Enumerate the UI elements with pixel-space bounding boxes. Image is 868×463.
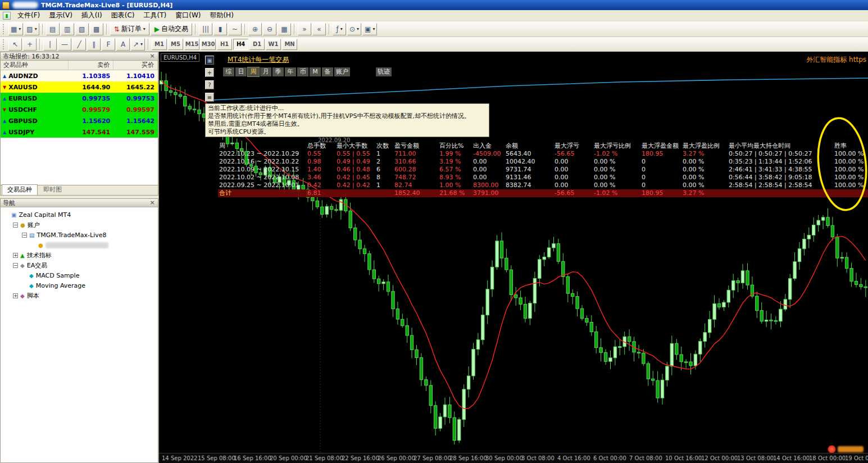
stats-view-button-年[interactable]: 年 (285, 67, 296, 76)
nav-item-技术指标[interactable]: +▲技术指标 (1, 250, 158, 260)
menu-item[interactable]: 插入(I) (77, 10, 107, 21)
timeframe-m1[interactable]: M1 (152, 39, 167, 50)
collapse-icon[interactable]: − (13, 263, 18, 268)
menu-item[interactable]: 文件(F) (13, 10, 44, 21)
zoom-in-button[interactable]: ⊕ (248, 23, 262, 35)
stats-cell: 3.27 % (681, 150, 728, 158)
market-watch-toggle-button[interactable]: ▤ (46, 23, 60, 35)
new-chart-button[interactable]: ▦▾ (8, 23, 23, 35)
market-watch-row-usdjpy[interactable]: ▲USDJPY147.541147.559 (1, 126, 158, 138)
indicator-vendor-link[interactable]: 外汇智能指标 https (806, 55, 866, 65)
zoom-out-button[interactable]: ⊖ (263, 23, 276, 35)
timeframe-w1[interactable]: W1 (266, 39, 281, 50)
line-chart-button[interactable]: ~ (228, 23, 242, 35)
fibonacci-button[interactable]: F (102, 38, 115, 51)
stats-view-button-日[interactable]: 日 (235, 67, 247, 76)
status-line: 可节约系统CPU资源。 (208, 128, 487, 136)
nav-item-账户[interactable]: −●账户 (1, 220, 158, 230)
nav-item-macd-sample[interactable]: ◆MACD Sample (1, 270, 158, 280)
market-watch-row-xauusd[interactable]: ▼XAUUSD1644.901645.22 (1, 81, 158, 93)
nav-item-ea交易[interactable]: −◆EA交易 (1, 260, 158, 270)
menu-item[interactable]: 图表(C) (107, 10, 139, 21)
nav-item-account-hidden[interactable]: ● (1, 240, 158, 250)
timeframe-m5[interactable]: M5 (168, 39, 183, 50)
time-axis[interactable]: 14 Sep 202215 Sep 08:0016 Sep 16:0020 Se… (159, 453, 868, 463)
tick-up-icon: ▲ (3, 119, 6, 124)
scripts-icon: ◆ (20, 293, 25, 299)
collapse-icon[interactable]: − (22, 233, 27, 238)
timeframe-m15[interactable]: M15 (184, 39, 199, 50)
stats-view-button-M[interactable]: M (310, 67, 321, 76)
timeframe-h4[interactable]: H4 (233, 39, 248, 50)
menu-button[interactable]: ≡ (205, 93, 214, 102)
stats-cell: 0.00 % (593, 158, 640, 166)
indicators-dropdown-button[interactable]: ƒ▾ (333, 23, 346, 35)
cursor-button[interactable]: ↖ (8, 38, 22, 51)
toolbar-drag-handle[interactable] (3, 39, 6, 49)
stats-view-button-月[interactable]: 月 (260, 67, 271, 76)
stats-view-button-备[interactable]: 备 (322, 67, 333, 76)
market-watch-row-usdchf[interactable]: ▼USDCHF0.995790.99597 (1, 104, 158, 115)
stats-view-button-季[interactable]: 季 (272, 67, 284, 76)
horizontal-line-button[interactable]: — (58, 38, 71, 51)
timeframe-mn[interactable]: MN (282, 39, 297, 50)
timeframe-m30[interactable]: M30 (201, 39, 216, 50)
stats-view-button-综[interactable]: 综 (223, 67, 234, 76)
stats-cell: 0.00 (553, 166, 593, 174)
stats-cell: 0 (640, 158, 681, 166)
stats-track-button[interactable]: 轨迹 (376, 67, 392, 76)
navigator-toggle-button[interactable]: ▧ (75, 23, 89, 35)
help-button[interactable]: ? (205, 80, 214, 89)
stats-view-button-账户[interactable]: 账户 (334, 67, 350, 76)
stats-cell: 3.19 % (438, 158, 472, 166)
nav-item-tmgm-trademax-live8[interactable]: −▤TMGM.TradeMax-Live8 (1, 230, 158, 240)
stats-cell: 3.46 (306, 174, 335, 181)
tree-item-label: Zeal Capital MT4 (19, 211, 71, 219)
expand-icon[interactable]: + (13, 253, 18, 258)
close-icon[interactable]: × (149, 199, 156, 206)
auto-scroll-button[interactable]: » (298, 23, 311, 35)
market-watch-row-audnzd[interactable]: ▲AUDNZD1.103851.10410 (1, 70, 158, 81)
channel-button[interactable]: ∥ (87, 38, 101, 51)
data-window-toggle-button[interactable]: ▥ (61, 23, 74, 35)
panel-collapse-button[interactable]: ▣ (205, 56, 214, 65)
bar-chart-button[interactable]: ||| (199, 23, 212, 35)
chart-shift-button[interactable]: « (312, 23, 326, 35)
stats-view-button-周[interactable]: 周 (248, 67, 259, 76)
menu-item[interactable]: 窗口(W) (171, 10, 205, 21)
tile-windows-button[interactable]: ▦ (278, 23, 291, 35)
expand-icon[interactable]: + (13, 293, 18, 298)
profiles-button[interactable]: ▨▾ (24, 23, 39, 35)
crosshair-button[interactable]: + (23, 38, 37, 51)
menu-item[interactable]: 工具(T) (139, 10, 171, 21)
arrows-button[interactable]: ↗▾ (131, 38, 145, 51)
timeframe-h1[interactable]: H1 (217, 39, 232, 50)
market-watch-empty-area (1, 138, 158, 185)
move-button[interactable]: + (205, 68, 214, 77)
collapse-icon[interactable]: − (13, 223, 18, 228)
menu-item[interactable]: 帮助(H) (205, 10, 238, 21)
candlestick-chart-button[interactable]: ▮ (213, 23, 227, 35)
text-label-button[interactable]: A (116, 38, 130, 51)
trendline-button[interactable]: ╱ (72, 38, 86, 51)
timeframe-d1[interactable]: D1 (249, 39, 265, 50)
vertical-line-button[interactable]: | (43, 38, 57, 51)
new-order-button[interactable]: ⇅新订单▾ (110, 23, 149, 35)
auto-trading-toggle-button[interactable]: ▶自动交易 (151, 23, 192, 35)
market-watch-row-gbpusd[interactable]: ▲GBPUSD1.156201.15642 (1, 115, 158, 126)
nav-item-zeal-capital-mt4[interactable]: ▣Zeal Capital MT4 (1, 210, 158, 220)
market-watch-title: 市场报价: 16:33:12 (3, 52, 149, 61)
nav-item-脚本[interactable]: +◆脚本 (1, 290, 158, 301)
periods-dropdown-button[interactable]: ⊙▾ (347, 23, 361, 35)
stats-view-button-币[interactable]: 币 (297, 67, 308, 76)
terminal-toggle-button[interactable]: ▩ (90, 23, 103, 35)
toolbar-drag-handle[interactable] (3, 24, 6, 34)
nav-item-moving-average[interactable]: ◆Moving Average (1, 280, 158, 290)
tab-symbols[interactable]: 交易品种 (2, 184, 38, 195)
close-icon[interactable]: × (149, 53, 156, 60)
market-watch-row-eurusd[interactable]: ▲EURUSD0.997350.99753 (1, 93, 158, 104)
menu-item[interactable]: 显示(V) (44, 10, 77, 21)
templates-dropdown-button[interactable]: ▣▾ (362, 23, 377, 35)
tab-tick-chart[interactable]: 即时图 (38, 185, 67, 195)
stats-cell: 1 (375, 181, 393, 189)
